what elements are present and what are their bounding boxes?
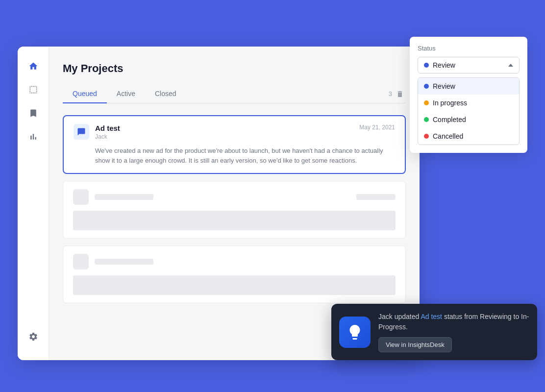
dropdown-options-list: Review In progress Completed Cancelled: [418, 77, 520, 145]
dot-completed: [424, 117, 429, 122]
selected-status-label: Review: [433, 61, 455, 69]
card-author: Jack: [95, 133, 353, 140]
dot-in-progress: [424, 100, 429, 105]
option-cancelled-label: Cancelled: [433, 132, 463, 140]
skeleton-body-1: [73, 211, 396, 230]
status-select-button[interactable]: Review: [418, 57, 520, 74]
skeleton-body-2: [73, 275, 396, 295]
option-completed[interactable]: Completed: [418, 111, 519, 128]
skeleton-card-1: [63, 181, 406, 239]
toast-content: Jack updated Ad test status from Reviewi…: [378, 312, 529, 352]
option-in-progress[interactable]: In progress: [418, 95, 519, 111]
tab-closed[interactable]: Closed: [145, 85, 186, 103]
tabs-bar: Queued Active Closed 3: [63, 85, 406, 103]
option-completed-label: Completed: [433, 116, 466, 123]
toast-icon-box: [339, 317, 371, 348]
page-title: My Projects: [63, 62, 406, 75]
card-header: Ad test Jack May 21, 2021: [74, 124, 395, 140]
skeleton-card-2: [63, 245, 406, 303]
sidebar-item-home[interactable]: [24, 56, 43, 76]
skeleton-line-2: [95, 259, 153, 265]
card-message-icon: [74, 124, 89, 140]
delete-icon[interactable]: [396, 90, 404, 98]
card-description: We've created a new ad for the product w…: [74, 146, 395, 165]
project-card-active[interactable]: Ad test Jack May 21, 2021 We've created …: [63, 115, 406, 174]
tab-queued[interactable]: Queued: [63, 85, 107, 103]
selected-dot: [424, 63, 429, 68]
dot-cancelled: [424, 134, 429, 139]
tab-count-area: 3: [389, 90, 406, 98]
toast-message: Jack updated Ad test status from Reviewi…: [378, 312, 529, 332]
card-meta: Ad test Jack: [95, 124, 353, 140]
card-date: May 21, 2021: [359, 124, 395, 131]
card-title: Ad test: [95, 124, 353, 132]
status-label: Status: [418, 45, 520, 52]
sidebar: [18, 47, 49, 360]
toast-text-before: Jack updated: [378, 313, 421, 320]
skeleton-icon-1: [73, 189, 89, 205]
skeleton-date-1: [356, 194, 396, 200]
tab-count-number: 3: [389, 90, 392, 98]
option-review-label: Review: [433, 82, 455, 90]
status-select-left: Review: [424, 61, 455, 69]
status-dropdown: Status Review Review In progress Complet…: [410, 37, 527, 153]
option-review[interactable]: Review: [418, 78, 519, 95]
option-in-progress-label: In progress: [433, 99, 467, 107]
sidebar-item-bookmarks[interactable]: [24, 103, 43, 123]
sidebar-item-analytics[interactable]: [24, 127, 43, 147]
option-cancelled[interactable]: Cancelled: [418, 128, 519, 145]
toast-highlight: Ad test: [421, 313, 442, 320]
chevron-up-icon: [508, 64, 513, 67]
sidebar-item-list[interactable]: [24, 80, 43, 99]
toast-notification: Jack updated Ad test status from Reviewi…: [331, 304, 537, 360]
sidebar-item-settings[interactable]: [24, 327, 43, 346]
tab-active[interactable]: Active: [107, 85, 145, 103]
dot-review: [424, 84, 429, 89]
lightbulb-icon: [346, 323, 364, 341]
toast-action-button[interactable]: View in InsightsDesk: [378, 337, 452, 352]
skeleton-icon-2: [73, 254, 89, 270]
skeleton-line-1: [95, 194, 153, 200]
